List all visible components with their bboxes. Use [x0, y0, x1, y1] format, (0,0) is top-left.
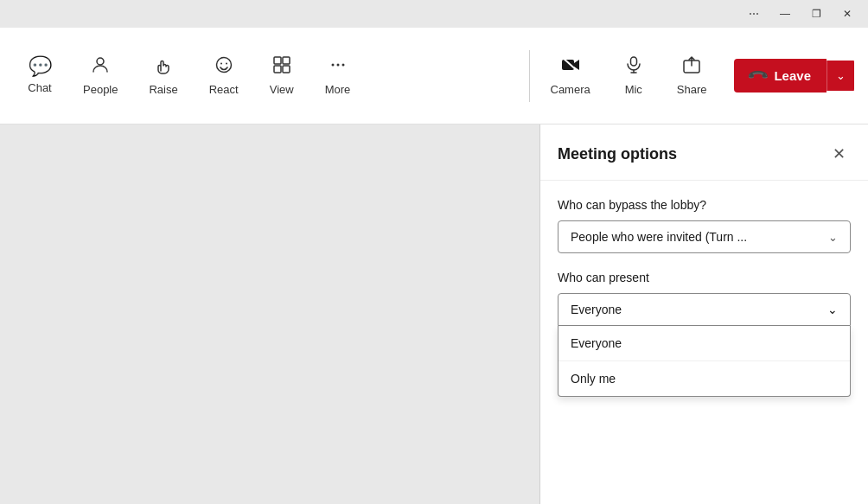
view-button[interactable]: View — [256, 48, 308, 103]
meeting-options-panel: Meeting options ✕ Who can bypass the lob… — [539, 124, 868, 504]
chat-button[interactable]: 💬 Chat — [14, 50, 66, 101]
view-label: View — [270, 83, 294, 96]
camera-button[interactable]: Camera — [537, 48, 604, 103]
leave-phone-icon: 📞 — [747, 64, 771, 88]
present-option-only-me[interactable]: Only me — [558, 361, 850, 396]
people-button[interactable]: People — [69, 48, 131, 103]
video-area — [0, 124, 539, 504]
close-icon: ✕ — [843, 8, 852, 20]
maximize-icon: ❐ — [812, 8, 821, 20]
lobby-dropdown[interactable]: People who were invited (Turn ... ⌄ — [558, 220, 851, 253]
svg-rect-13 — [630, 57, 636, 66]
svg-rect-4 — [274, 57, 281, 64]
present-option-everyone-label: Everyone — [571, 336, 622, 350]
raise-icon — [154, 55, 173, 78]
camera-icon — [560, 55, 581, 78]
lobby-chevron-icon: ⌄ — [828, 231, 838, 244]
toolbar-left: 💬 Chat People Raise — [14, 48, 522, 103]
raise-button[interactable]: Raise — [135, 48, 191, 103]
mic-label: Mic — [625, 83, 642, 96]
minimize-btn[interactable]: — — [771, 5, 799, 22]
present-chevron-icon: ⌄ — [827, 303, 838, 316]
more-options-btn[interactable]: ⋯ — [740, 5, 768, 22]
leave-label: Leave — [774, 68, 811, 83]
toolbar: 💬 Chat People Raise — [0, 28, 868, 124]
panel-header: Meeting options ✕ — [540, 124, 868, 181]
present-value: Everyone — [571, 303, 622, 316]
svg-rect-6 — [274, 66, 281, 73]
panel-body: Who can bypass the lobby? People who wer… — [540, 181, 868, 504]
leave-button-group: 📞 Leave ⌄ — [734, 59, 854, 93]
minimize-icon: — — [780, 8, 790, 20]
toolbar-right: Camera Mic Share — [537, 48, 721, 103]
main-content: Meeting options ✕ Who can bypass the lob… — [0, 124, 868, 504]
view-icon — [272, 55, 291, 78]
more-button[interactable]: More — [311, 48, 365, 103]
toolbar-divider — [529, 50, 530, 102]
leave-chevron-icon: ⌄ — [836, 69, 846, 82]
share-button[interactable]: Share — [663, 48, 721, 103]
share-label: Share — [677, 83, 707, 96]
lobby-label: Who can bypass the lobby? — [558, 198, 851, 212]
svg-point-3 — [226, 63, 227, 65]
share-icon — [682, 55, 701, 78]
leave-dropdown-button[interactable]: ⌄ — [827, 61, 854, 91]
more-options-icon: ⋯ — [749, 8, 759, 20]
more-icon — [329, 55, 348, 78]
close-btn[interactable]: ✕ — [833, 5, 861, 22]
mic-button[interactable]: Mic — [608, 48, 660, 103]
more-label: More — [325, 83, 351, 96]
react-label: React — [209, 83, 239, 96]
panel-close-button[interactable]: ✕ — [827, 142, 851, 166]
svg-point-8 — [331, 64, 334, 67]
present-dropdown-button[interactable]: Everyone ⌄ — [558, 293, 851, 326]
people-icon — [91, 55, 110, 78]
present-dropdown-container: Everyone ⌄ Everyone Only me — [558, 293, 851, 397]
title-bar: ⋯ — ❐ ✕ — [0, 0, 868, 28]
maximize-btn[interactable]: ❐ — [802, 5, 830, 22]
leave-button[interactable]: 📞 Leave — [734, 59, 827, 93]
chat-icon: 💬 — [29, 57, 52, 76]
lobby-value: People who were invited (Turn ... — [571, 230, 747, 244]
camera-label: Camera — [551, 83, 590, 96]
svg-point-0 — [97, 58, 104, 65]
react-button[interactable]: React — [195, 48, 252, 103]
people-label: People — [83, 83, 118, 96]
present-option-everyone[interactable]: Everyone — [558, 326, 850, 361]
present-option-only-me-label: Only me — [571, 372, 616, 386]
mic-icon — [624, 55, 643, 78]
present-label: Who can present — [558, 271, 851, 284]
svg-point-9 — [336, 64, 339, 67]
svg-point-2 — [220, 63, 222, 65]
present-dropdown-list: Everyone Only me — [558, 326, 851, 397]
panel-title: Meeting options — [558, 145, 677, 163]
svg-point-10 — [341, 64, 344, 67]
react-icon — [214, 55, 233, 78]
svg-rect-5 — [283, 57, 290, 64]
chat-label: Chat — [28, 81, 51, 94]
svg-rect-11 — [562, 60, 574, 70]
panel-close-icon: ✕ — [833, 144, 846, 163]
raise-label: Raise — [149, 83, 177, 96]
svg-rect-7 — [283, 66, 290, 73]
